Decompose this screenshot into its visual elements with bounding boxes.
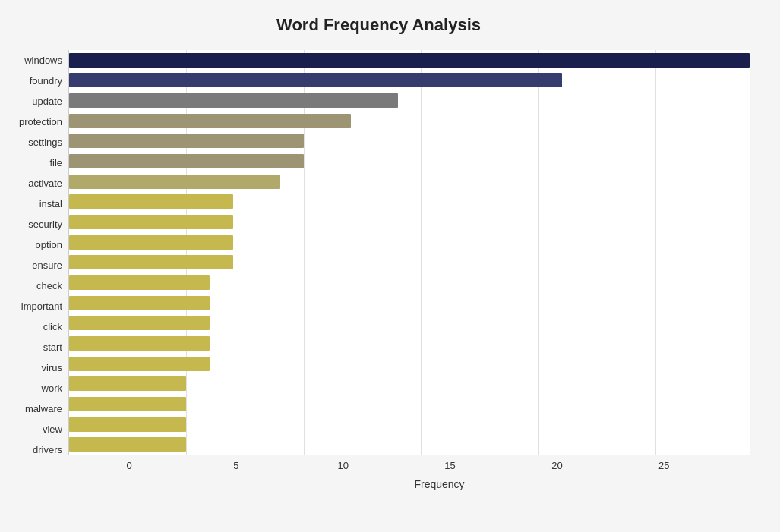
y-label: ensure: [32, 255, 68, 275]
x-axis-labels: 0510152025: [129, 455, 750, 475]
bar: [69, 255, 233, 269]
y-label: work: [42, 378, 68, 398]
bar: [69, 437, 186, 452]
bar: [69, 235, 233, 250]
bar: [69, 93, 398, 108]
y-label: update: [32, 91, 68, 112]
bar-row: [69, 111, 750, 131]
bar-row: [69, 313, 750, 334]
y-label: drivers: [33, 439, 68, 460]
bar: [69, 134, 304, 148]
y-label: activate: [28, 173, 68, 194]
y-label: malware: [25, 398, 68, 419]
bar: [69, 194, 233, 209]
x-tick-label: 20: [551, 460, 562, 471]
chart-container: Word Frequency Analysis windowsfoundryup…: [0, 0, 780, 532]
y-label: start: [43, 337, 68, 357]
y-label: security: [28, 214, 68, 235]
bar: [69, 357, 210, 371]
y-label: file: [49, 153, 68, 173]
x-tick-label: 25: [658, 460, 669, 471]
y-label: click: [43, 316, 68, 337]
bar-row: [69, 90, 750, 111]
bar: [69, 53, 750, 68]
bar: [69, 296, 210, 310]
y-label: important: [21, 296, 68, 316]
bar: [69, 215, 233, 229]
bar-row: [69, 374, 750, 395]
x-tick-label: 5: [233, 460, 238, 471]
y-label: foundry: [30, 71, 68, 91]
y-label: windows: [24, 50, 68, 71]
bar-row: [69, 232, 750, 253]
bar: [69, 397, 186, 411]
bar: [69, 417, 186, 432]
y-label: virus: [42, 357, 68, 378]
bar-row: [69, 50, 750, 71]
y-label: settings: [28, 132, 68, 153]
bar: [69, 175, 280, 189]
bar: [69, 154, 304, 168]
bar: [69, 275, 210, 290]
chart-title: Word Frequency Analysis: [8, 15, 750, 35]
y-label: instal: [39, 194, 68, 214]
bar: [69, 316, 210, 330]
y-label: check: [36, 275, 68, 296]
chart-area: windowsfoundryupdateprotectionsettingsfi…: [8, 50, 750, 490]
y-label: view: [43, 419, 68, 439]
bar-row: [69, 192, 750, 212]
x-tick-label: 15: [444, 460, 455, 471]
y-axis: windowsfoundryupdateprotectionsettingsfi…: [8, 50, 68, 490]
bar-row: [69, 71, 750, 91]
bars-area: [68, 50, 750, 455]
bar-row: [69, 253, 750, 273]
y-label: option: [36, 235, 68, 255]
bar: [69, 114, 351, 128]
bar-row: [69, 151, 750, 172]
x-tick-label: 0: [126, 460, 131, 471]
bar-row: [69, 414, 750, 435]
x-axis-title: Frequency: [129, 478, 750, 490]
x-tick-label: 10: [337, 460, 348, 471]
bar-row: [69, 272, 750, 293]
bar-row: [69, 131, 750, 152]
bar-row: [69, 212, 750, 232]
bar-row: [69, 293, 750, 313]
bar-row: [69, 434, 750, 455]
bar-row: [69, 354, 750, 374]
bar: [69, 336, 210, 351]
bar-row: [69, 394, 750, 414]
bars-inner: [69, 50, 750, 455]
bar: [69, 376, 186, 391]
bar-row: [69, 333, 750, 354]
y-label: protection: [19, 112, 68, 132]
bar: [69, 73, 562, 87]
bar-row: [69, 172, 750, 192]
